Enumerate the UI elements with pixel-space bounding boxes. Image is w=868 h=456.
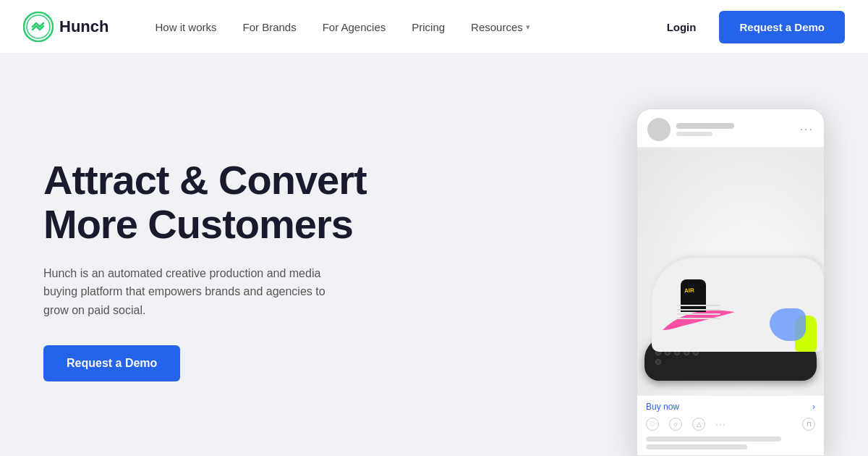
navbar: Hunch How it works For Brands For Agenci… <box>0 0 868 54</box>
phone-header-text <box>676 123 794 136</box>
share-icon: △ <box>692 418 705 431</box>
hero-title: Attract & Convert More Customers <box>43 158 420 247</box>
phone-mockup: ··· <box>637 69 825 456</box>
buy-now-label: Buy now <box>646 402 679 412</box>
phone-footer: Buy now › ♡ ○ △ ··· ⊓ <box>637 395 824 455</box>
caption-placeholder <box>646 436 815 449</box>
chevron-down-icon: ▾ <box>526 22 530 32</box>
logo-link[interactable]: Hunch <box>23 12 109 42</box>
nav-how-it-works[interactable]: How it works <box>143 15 228 39</box>
phone-frame: ··· <box>637 109 825 456</box>
lace <box>677 313 720 315</box>
login-button[interactable]: Login <box>655 15 708 39</box>
ad-image: AIR <box>637 148 824 395</box>
nav-pricing[interactable]: Pricing <box>400 15 456 39</box>
hunch-logo-icon <box>23 12 54 42</box>
bookmark-icon: ⊓ <box>802 418 815 431</box>
more-options-icon: ··· <box>800 123 814 136</box>
caption-line-2 <box>646 444 747 449</box>
nav-for-brands[interactable]: For Brands <box>231 15 307 39</box>
shoe-laces <box>677 305 720 326</box>
social-actions: ♡ ○ △ ··· ⊓ <box>646 418 815 431</box>
nav-resources[interactable]: Resources ▾ <box>459 15 542 39</box>
hero-cta-button[interactable]: Request a Demo <box>43 345 180 381</box>
username-placeholder <box>676 123 734 129</box>
heart-icon: ♡ <box>646 418 659 431</box>
lace <box>677 318 720 319</box>
brand-tag: AIR <box>684 287 695 294</box>
shoe-accent-blue <box>770 308 806 341</box>
more-actions-icon: ··· <box>715 418 726 430</box>
lace <box>677 305 720 306</box>
handle-placeholder <box>676 132 712 136</box>
nav-demo-button[interactable]: Request a Demo <box>719 11 845 43</box>
nav-links: How it works For Brands For Agencies Pri… <box>143 15 655 39</box>
nav-for-agencies[interactable]: For Agencies <box>311 15 398 39</box>
logo-text: Hunch <box>59 17 109 36</box>
sole-dot <box>655 359 661 365</box>
shoe-sole-dots <box>655 350 706 365</box>
buy-now-arrow-icon: › <box>812 402 815 412</box>
nav-actions: Login Request a Demo <box>655 11 845 43</box>
svg-point-0 <box>24 12 53 41</box>
caption-line-1 <box>646 436 781 442</box>
shoe-visual: AIR <box>637 148 824 395</box>
phone-header: ··· <box>637 109 824 148</box>
lace <box>677 309 720 311</box>
hero-content: Attract & Convert More Customers Hunch i… <box>43 158 420 382</box>
hero-subtitle: Hunch is an automated creative productio… <box>43 264 347 320</box>
buy-now-row: Buy now › <box>646 402 815 412</box>
hero-section: Attract & Convert More Customers Hunch i… <box>0 54 868 456</box>
comment-icon: ○ <box>669 418 682 431</box>
profile-avatar <box>647 118 671 141</box>
